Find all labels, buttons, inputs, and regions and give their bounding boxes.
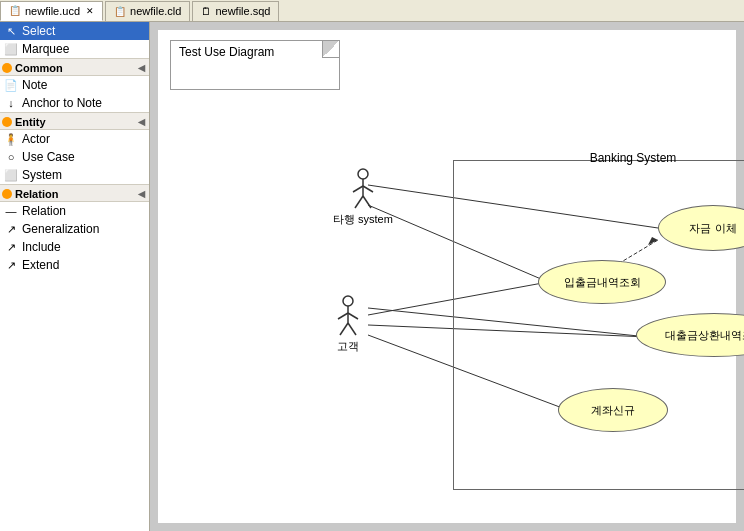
svg-line-10 — [353, 186, 363, 192]
actor-customer-figure — [336, 295, 360, 337]
tab-sqd-label: newfile.sqd — [215, 5, 270, 17]
canvas-area[interactable]: Test Use Diagram Banking System 타행 syste… — [150, 22, 744, 531]
relation-icon: — — [4, 205, 18, 217]
sidebar-item-use-case[interactable]: ○ Use Case — [0, 148, 149, 166]
sidebar-section-entity[interactable]: Entity ◀ — [0, 112, 149, 130]
svg-line-13 — [363, 196, 371, 208]
use-case-uc4-label: 계좌신규 — [591, 403, 635, 418]
diagram-note-text: Test Use Diagram — [179, 45, 274, 59]
entity-expand-icon[interactable]: ◀ — [138, 117, 145, 127]
sidebar-item-system-label: System — [22, 168, 62, 182]
sidebar-item-select-label: Select — [22, 24, 55, 38]
tab-cld[interactable]: 📋 newfile.cld — [105, 1, 190, 21]
sidebar-item-relation-label: Relation — [22, 204, 66, 218]
tab-ucd-label: newfile.ucd — [25, 5, 80, 17]
relation-expand-icon[interactable]: ◀ — [138, 189, 145, 199]
sidebar-item-note[interactable]: 📄 Note — [0, 76, 149, 94]
sidebar-section-relation-title: Relation — [15, 188, 58, 200]
entity-dot — [2, 117, 12, 127]
common-section-controls: Common — [2, 62, 63, 74]
extend-icon: ↗ — [4, 259, 18, 272]
sidebar-item-marquee-label: Marquee — [22, 42, 69, 56]
sidebar-item-generalization[interactable]: ↗ Generalization — [0, 220, 149, 238]
entity-section-controls: Entity — [2, 116, 46, 128]
tab-cld-label: newfile.cld — [130, 5, 181, 17]
sidebar-item-select[interactable]: ↖ Select — [0, 22, 149, 40]
system-boundary-title: Banking System — [590, 151, 677, 165]
actor-customer[interactable]: 고객 — [336, 295, 360, 354]
actor-system-label: 타행 system — [333, 212, 393, 227]
sidebar-item-generalization-label: Generalization — [22, 222, 99, 236]
sidebar-item-relation[interactable]: — Relation — [0, 202, 149, 220]
sidebar-item-include[interactable]: ↗ Include — [0, 238, 149, 256]
svg-point-14 — [343, 296, 353, 306]
use-case-icon: ○ — [4, 151, 18, 163]
tab-sqd-icon: 🗒 — [201, 6, 211, 17]
relation-dot — [2, 189, 12, 199]
sidebar-item-system[interactable]: ⬜ System — [0, 166, 149, 184]
svg-line-18 — [340, 323, 348, 335]
marquee-icon: ⬜ — [4, 43, 18, 56]
tab-ucd[interactable]: 📋 newfile.ucd ✕ — [0, 1, 103, 21]
anchor-icon: ↓ — [4, 97, 18, 109]
sidebar-section-relation[interactable]: Relation ◀ — [0, 184, 149, 202]
svg-point-8 — [358, 169, 368, 179]
actor-icon: 🧍 — [4, 133, 18, 146]
note-icon: 📄 — [4, 79, 18, 92]
sidebar-item-marquee[interactable]: ⬜ Marquee — [0, 40, 149, 58]
svg-line-11 — [363, 186, 373, 192]
sidebar-item-note-label: Note — [22, 78, 47, 92]
common-expand-icon[interactable]: ◀ — [138, 63, 145, 73]
tab-cld-icon: 📋 — [114, 6, 126, 17]
diagram-canvas[interactable]: Test Use Diagram Banking System 타행 syste… — [158, 30, 736, 523]
diagram-note[interactable]: Test Use Diagram — [170, 40, 340, 90]
actor-customer-label: 고객 — [337, 339, 359, 354]
sidebar-item-use-case-label: Use Case — [22, 150, 75, 164]
actor-system[interactable]: 타행 system — [333, 168, 393, 227]
sidebar-item-actor-label: Actor — [22, 132, 50, 146]
use-case-uc1-label: 자금 이체 — [689, 221, 736, 236]
include-icon: ↗ — [4, 241, 18, 254]
sidebar: ↖ Select ⬜ Marquee Common ◀ 📄 Note ↓ Anc… — [0, 22, 150, 531]
sidebar-section-common-title: Common — [15, 62, 63, 74]
sidebar-item-extend[interactable]: ↗ Extend — [0, 256, 149, 274]
svg-line-16 — [338, 313, 348, 319]
sidebar-item-actor[interactable]: 🧍 Actor — [0, 130, 149, 148]
sidebar-section-entity-title: Entity — [15, 116, 46, 128]
generalization-icon: ↗ — [4, 223, 18, 236]
use-case-uc2[interactable]: 입출금내역조회 — [538, 260, 666, 304]
common-dot — [2, 63, 12, 73]
tab-ucd-close[interactable]: ✕ — [86, 6, 94, 16]
sidebar-section-common[interactable]: Common ◀ — [0, 58, 149, 76]
sidebar-item-include-label: Include — [22, 240, 61, 254]
select-icon: ↖ — [4, 25, 18, 38]
tab-ucd-icon: 📋 — [9, 5, 21, 16]
svg-line-19 — [348, 323, 356, 335]
tab-sqd[interactable]: 🗒 newfile.sqd — [192, 1, 279, 21]
use-case-uc2-label: 입출금내역조회 — [564, 275, 641, 290]
use-case-uc3-label: 대출금상환내역조회 — [665, 328, 745, 343]
main-container: ↖ Select ⬜ Marquee Common ◀ 📄 Note ↓ Anc… — [0, 22, 744, 531]
sidebar-item-extend-label: Extend — [22, 258, 59, 272]
svg-line-17 — [348, 313, 358, 319]
svg-line-12 — [355, 196, 363, 208]
sidebar-item-anchor-label: Anchor to Note — [22, 96, 102, 110]
relation-section-controls: Relation — [2, 188, 58, 200]
title-bar: 📋 newfile.ucd ✕ 📋 newfile.cld 🗒 newfile.… — [0, 0, 744, 22]
sidebar-item-anchor-to-note[interactable]: ↓ Anchor to Note — [0, 94, 149, 112]
actor-system-figure — [351, 168, 375, 210]
use-case-uc4[interactable]: 계좌신규 — [558, 388, 668, 432]
system-icon: ⬜ — [4, 169, 18, 182]
